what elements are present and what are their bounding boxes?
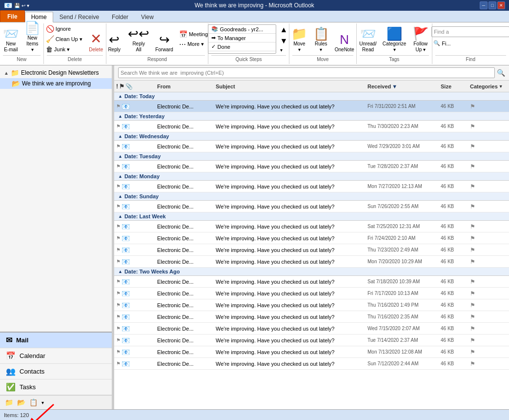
email-row[interactable]: ⚑📧Electronic De...We're improving. Have … [114,221,509,232]
close-button[interactable]: ✕ [497,1,505,9]
reply-button[interactable]: ↩ Reply [104,24,124,54]
email-row[interactable]: ⚑📧Electronic De...We're improving. Have … [114,311,509,323]
minimize-button[interactable]: ─ [480,1,488,9]
date-group-header-4[interactable]: ▲Date: Monday [114,172,509,181]
email-row[interactable]: ⚑📧Electronic De...We're improving. Have … [114,181,509,192]
date-group-header-7[interactable]: ▲Date: Two Weeks Ago [114,268,509,276]
qs-scroll-down[interactable]: ▼ [278,36,290,46]
date-group-header-2[interactable]: ▲Date: Wednesday [114,132,509,141]
folder-btn-2[interactable]: 📂 [16,398,26,407]
find-group-label: Find [435,55,506,63]
email-row[interactable]: ⚑📧Electronic De...We're improving. Have … [114,201,509,212]
move-button[interactable]: 📁 Move ▾ [289,24,309,54]
qs-to-manager[interactable]: ➡ To Manager [208,34,276,42]
delete-button[interactable]: ✕ Delete [86,24,106,54]
new-email-button[interactable]: 📨 NewE-mail [1,24,20,54]
col-size[interactable]: Size [439,84,468,89]
email-row[interactable]: ⚑📧Electronic De...We're improving. Have … [114,244,509,256]
tab-file[interactable]: File [0,10,25,22]
forward-button[interactable]: ↪ Forward [153,24,175,54]
new-items-button[interactable]: 📄 NewItems ▾ [22,24,42,54]
category-flag-icon: ⚑ [470,143,475,150]
email-row[interactable]: ⚑📧Electronic De...We're improving. Have … [114,161,509,172]
row-size: 46 KB [439,361,468,366]
email-row[interactable]: ⚑📧Electronic De...We're improving. Have … [114,335,509,346]
date-group-header-0[interactable]: ▲Date: Today [114,92,509,101]
row-category: ⚑ [468,203,507,210]
reply-all-button[interactable]: ↩↩ ReplyAll [126,24,151,54]
row-flag-icon: ⚑ [116,124,121,129]
row-icons: ⚑📧 [116,183,155,190]
row-received: Tue 7/28/2020 2:37 AM [366,164,439,169]
col-received[interactable]: Received ▼ [366,84,439,89]
row-category: ⚑ [468,337,507,344]
row-received: Fri 7/31/2020 2:51 AM [366,104,439,109]
qs-team-email-label: Team E-mail [220,53,250,54]
onenote-button[interactable]: N OneNote [333,24,356,54]
search-input[interactable] [118,67,495,78]
filter-icon[interactable]: ▼ [499,84,503,89]
row-size: 46 KB [439,337,468,343]
filter-email-button[interactable]: 🔍 Fi... [431,39,509,47]
date-group-header-6[interactable]: ▲Date: Last Week [114,212,509,221]
tab-send-receive[interactable]: Send / Receive [53,12,105,22]
email-row[interactable]: ⚑📧Electronic De...We're improving. Have … [114,121,509,132]
cleanup-button[interactable]: 🧹 Clean Up ▾ [44,34,84,44]
triangle-icon: ▲ [118,194,122,199]
maximize-button[interactable]: □ [489,1,496,9]
date-group-header-5[interactable]: ▲Date: Sunday [114,192,509,201]
row-from: Electronic De... [155,235,214,241]
email-row[interactable]: ⚑📧Electronic De...We're improving. Have … [114,288,509,299]
email-row[interactable]: ⚑📧Electronic De...We're improving. Have … [114,346,509,358]
date-group-header-3[interactable]: ▲Date: Tuesday [114,152,509,161]
folder-btn-1[interactable]: 📁 [4,398,14,407]
folder-we-think[interactable]: 📂 We think we are improving [0,78,112,89]
email-row[interactable]: ⚑📧Electronic De...We're improving. Have … [114,101,509,112]
find-input[interactable]: Find a [431,26,509,37]
email-row[interactable]: ⚑📧Electronic De...We're improving. Have … [114,256,509,268]
tab-folder[interactable]: Folder [105,12,135,22]
qs-expand[interactable]: ▾ [278,46,290,54]
search-button[interactable]: 🔍 [497,69,505,77]
follow-up-button[interactable]: 🚩 FollowUp ▾ [411,24,430,54]
email-row[interactable]: ⚑📧Electronic De...We're improving. Have … [114,323,509,335]
email-row[interactable]: ⚑📧Electronic De...We're improving. Have … [114,299,509,311]
junk-button[interactable]: 🗑 Junk ▾ [44,44,84,54]
qs-team-email[interactable]: 📧 Team E-mail [208,51,276,54]
qs-done[interactable]: ✓ Done [208,42,276,51]
nav-mail[interactable]: ✉ Mail [0,333,112,348]
row-received: Fri 7/24/2020 2:10 AM [366,235,439,241]
folder-btn-3[interactable]: 📋 [28,398,39,407]
ribbon-group-move: 📁 Move ▾ 📋 Rules ▾ N OneNote Move [289,23,357,64]
row-size: 46 KB [439,104,468,109]
meeting-button[interactable]: 📅 Meeting [177,29,210,39]
col-categories[interactable]: Categories ▼ [468,84,507,89]
col-from[interactable]: From [155,84,214,89]
row-size: 46 KB [439,204,468,209]
rules-button[interactable]: 📋 Rules ▾ [311,24,331,54]
nav-calendar[interactable]: 📅 Calendar [0,348,112,364]
ignore-button[interactable]: 🚫 Ignore [44,24,84,34]
folder-electronic-design[interactable]: ▲ 📁 Electronic Design Newsletters [0,67,112,78]
nav-tasks[interactable]: ✅ Tasks [0,379,112,395]
row-from: Electronic De... [155,302,214,308]
row-subject: We're improving. Have you checked us out… [214,349,366,355]
more-respond-button[interactable]: ⋯ More ▾ [177,40,210,49]
date-group-header-1[interactable]: ▲Date: Yesterday [114,112,509,121]
email-row[interactable]: ⚑📧Electronic De...We're improving. Have … [114,232,509,244]
row-email-icon: 📧 [122,246,130,254]
tab-view[interactable]: View [135,12,160,22]
email-row[interactable]: ⚑📧Electronic De...We're improving. Have … [114,276,509,288]
more-respond-label: More ▾ [187,41,204,47]
qs-goodreads[interactable]: 📚 Goodreads - yr2... [208,25,276,34]
qs-scroll-up[interactable]: ▲ [278,24,290,35]
row-received: Mon 7/13/2020 12:08 AM [366,349,439,355]
window-controls[interactable]: ─ □ ✕ [480,1,505,9]
email-row[interactable]: ⚑📧Electronic De...We're improving. Have … [114,358,509,370]
categorize-button[interactable]: 🟦 Categorize ▾ [380,24,408,54]
unread-read-button[interactable]: 📨 Unread/Read [358,24,378,54]
col-subject[interactable]: Subject [214,84,366,89]
nav-contacts[interactable]: 👥 Contacts [0,364,112,379]
email-row[interactable]: ⚑📧Electronic De...We're improving. Have … [114,141,509,152]
more-nav-btn[interactable]: ▾ [41,399,45,406]
